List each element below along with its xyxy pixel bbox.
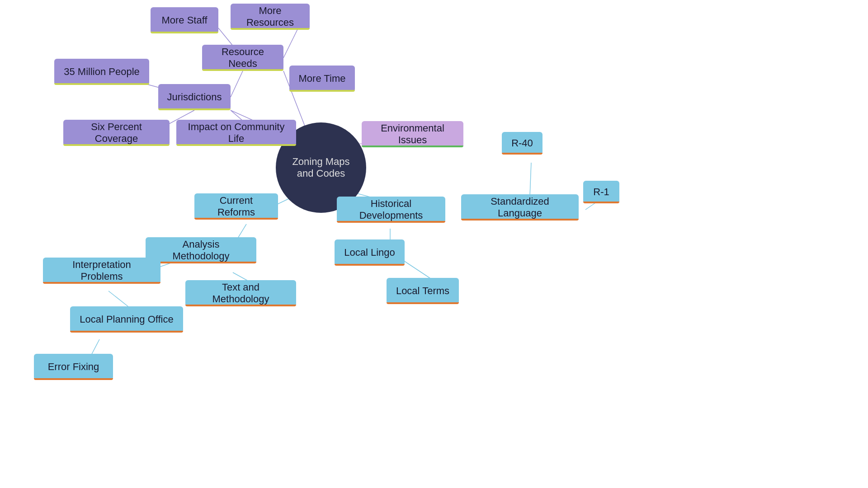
error-fixing-node[interactable]: Error Fixing <box>34 354 113 380</box>
svg-line-6 <box>231 71 243 97</box>
more-resources-node[interactable]: More Resources <box>231 4 310 30</box>
standardized-lang-node[interactable]: Standardized Language <box>461 194 579 221</box>
r40-node[interactable]: R-40 <box>502 132 542 155</box>
interpretation-node[interactable]: Interpretation Problems <box>43 258 160 284</box>
local-planning-node[interactable]: Local Planning Office <box>70 306 183 333</box>
historical-dev-node[interactable]: Historical Developments <box>337 197 445 223</box>
environmental-issues-node[interactable]: Environmental Issues <box>362 121 463 147</box>
local-terms-node[interactable]: Local Terms <box>387 278 459 304</box>
svg-line-20 <box>530 163 531 197</box>
current-reforms-node[interactable]: Current Reforms <box>194 193 278 220</box>
jurisdictions-node[interactable]: Jurisdictions <box>158 84 231 110</box>
r1-node[interactable]: R-1 <box>583 181 619 203</box>
more-staff-node[interactable]: More Staff <box>151 7 218 33</box>
local-lingo-node[interactable]: Local Lingo <box>335 239 405 266</box>
resource-needs-node[interactable]: Resource Needs <box>202 45 283 71</box>
impact-community-node[interactable]: Impact on Community Life <box>176 120 296 146</box>
million-people-node[interactable]: 35 Million People <box>54 59 149 85</box>
analysis-method-node[interactable]: Analysis Methodology <box>146 237 256 263</box>
text-method-node[interactable]: Text and Methodology <box>185 280 296 306</box>
six-percent-node[interactable]: Six Percent Coverage <box>63 120 170 146</box>
more-time-node[interactable]: More Time <box>289 66 355 92</box>
